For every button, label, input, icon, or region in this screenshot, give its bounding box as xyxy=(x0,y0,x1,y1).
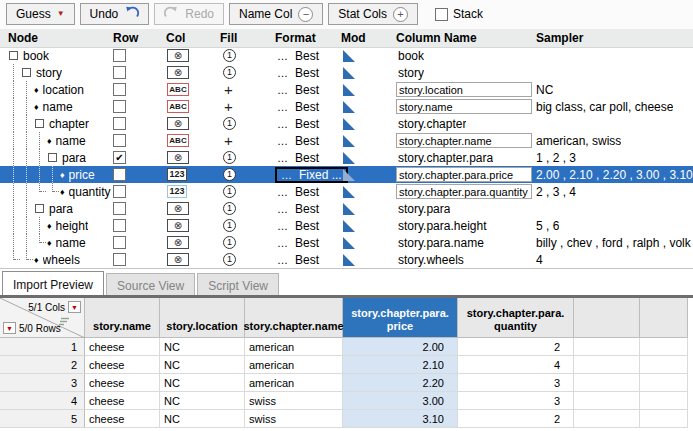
column-name-input[interactable]: story.chapter.para.price xyxy=(396,167,532,182)
column-name-input[interactable]: story.name xyxy=(396,99,532,114)
modeling-type-icon[interactable] xyxy=(343,203,355,215)
fill-once-icon[interactable]: 1 xyxy=(223,253,236,266)
format-value[interactable]: Best xyxy=(295,236,319,250)
fill-once-icon[interactable]: 1 xyxy=(223,49,236,62)
format-value[interactable]: Best xyxy=(295,49,319,63)
fill-once-icon[interactable]: 1 xyxy=(223,66,236,79)
row-checkbox[interactable] xyxy=(113,185,126,198)
preview-column-header[interactable] xyxy=(640,298,688,338)
row-checkbox[interactable] xyxy=(113,83,126,96)
format-ellipsis-icon[interactable]: … xyxy=(277,237,289,249)
format-ellipsis-icon[interactable]: … xyxy=(277,118,289,130)
column-name-input[interactable]: story.chapter.name xyxy=(396,133,532,148)
format-ellipsis-icon[interactable]: … xyxy=(277,152,289,164)
numeric-col-icon[interactable]: 123 xyxy=(167,185,187,198)
format-value[interactable]: Best xyxy=(295,151,319,165)
character-col-icon[interactable]: ABC xyxy=(167,134,189,147)
element-col-icon[interactable]: ⊗ xyxy=(167,66,189,79)
modeling-type-icon[interactable] xyxy=(343,169,355,181)
element-col-icon[interactable]: ⊗ xyxy=(167,117,189,130)
row-checkbox[interactable] xyxy=(113,66,126,79)
modeling-type-icon[interactable] xyxy=(343,237,355,249)
tree-row[interactable]: ♦nameABC+…Beststory.chapter.nameamerican… xyxy=(0,132,693,149)
format-value[interactable]: Best xyxy=(295,117,319,131)
format-ellipsis-icon[interactable]: … xyxy=(277,84,289,96)
row-checkbox[interactable] xyxy=(113,236,126,249)
modeling-type-icon[interactable] xyxy=(343,254,355,266)
row-number-cell[interactable]: 2 xyxy=(0,356,85,374)
modeling-type-icon[interactable] xyxy=(343,186,355,198)
format-value[interactable]: Best xyxy=(295,134,319,148)
columns-menu-button[interactable]: ▼ xyxy=(68,301,81,313)
guess-button[interactable]: Guess ▼ xyxy=(6,3,75,25)
modeling-type-icon[interactable] xyxy=(343,101,355,113)
format-ellipsis-icon[interactable]: … xyxy=(277,67,289,79)
character-col-icon[interactable]: ABC xyxy=(167,83,189,96)
format-value[interactable]: Best xyxy=(295,185,319,199)
fill-plus-icon[interactable]: + xyxy=(224,133,233,148)
row-checkbox[interactable] xyxy=(113,134,126,147)
tree-row[interactable]: para⊗1…Beststory.para xyxy=(0,200,693,217)
format-focus-box[interactable]: …Fixed ... xyxy=(275,167,348,183)
fill-once-icon[interactable]: 1 xyxy=(223,202,236,215)
element-col-icon[interactable]: ⊗ xyxy=(167,49,189,62)
tree-row[interactable]: ♦name⊗1…Beststory.para.namebilly , chev … xyxy=(0,234,693,251)
tree-row[interactable]: para✔⊗1…Beststory.chapter.para1 , 2 , 3 xyxy=(0,149,693,166)
name-col-button[interactable]: Name Col − xyxy=(229,3,323,25)
tree-row[interactable]: ♦price1231…Fixed ...story.chapter.para.p… xyxy=(0,166,693,183)
character-col-icon[interactable]: ABC xyxy=(167,100,189,113)
modeling-type-icon[interactable] xyxy=(343,50,355,62)
stat-cols-button[interactable]: Stat Cols + xyxy=(328,3,418,25)
element-col-icon[interactable]: ⊗ xyxy=(167,236,189,249)
tree-row[interactable]: story⊗1…Beststory xyxy=(0,64,693,81)
element-col-icon[interactable]: ⊗ xyxy=(167,253,189,266)
tab-import-preview[interactable]: Import Preview xyxy=(2,271,104,295)
format-ellipsis-icon[interactable]: … xyxy=(277,135,289,147)
preview-column-header[interactable]: story.location xyxy=(160,298,245,338)
stack-checkbox[interactable] xyxy=(435,8,448,21)
fill-plus-icon[interactable]: + xyxy=(224,82,233,97)
row-checkbox[interactable] xyxy=(113,253,126,266)
element-col-icon[interactable]: ⊗ xyxy=(167,219,189,232)
tree-row[interactable]: book⊗1…Bestbook xyxy=(0,47,693,64)
redo-button[interactable]: Redo xyxy=(154,3,224,25)
row-checkbox[interactable] xyxy=(113,49,126,62)
row-checkbox[interactable]: ✔ xyxy=(113,151,126,164)
modeling-type-icon[interactable] xyxy=(343,118,355,130)
element-col-icon[interactable]: ⊗ xyxy=(167,202,189,215)
format-value[interactable]: Best xyxy=(295,253,319,267)
tree-row[interactable]: ♦height⊗1…Beststory.para.height5 , 6 xyxy=(0,217,693,234)
fill-once-icon[interactable]: 1 xyxy=(223,168,236,181)
modeling-type-icon[interactable] xyxy=(343,152,355,164)
row-checkbox[interactable] xyxy=(113,100,126,113)
format-ellipsis-icon[interactable]: … xyxy=(277,220,289,232)
preview-column-header[interactable]: story.chapter.para.price xyxy=(343,298,458,338)
modeling-type-icon[interactable] xyxy=(343,135,355,147)
fill-plus-icon[interactable]: + xyxy=(224,99,233,114)
format-ellipsis-icon[interactable]: … xyxy=(277,254,289,266)
tree-row[interactable]: chapter⊗1…Beststory.chapter xyxy=(0,115,693,132)
fill-once-icon[interactable]: 1 xyxy=(223,117,236,130)
preview-column-header[interactable]: story.name xyxy=(85,298,160,338)
format-ellipsis-icon[interactable]: … xyxy=(277,203,289,215)
format-value[interactable]: Best xyxy=(295,202,319,216)
numeric-col-icon[interactable]: 123 xyxy=(167,168,187,181)
fill-once-icon[interactable]: 1 xyxy=(223,185,236,198)
row-number-cell[interactable]: 5 xyxy=(0,410,85,428)
column-name-input[interactable]: story.chapter.para.quantity xyxy=(396,184,532,199)
format-value[interactable]: Best xyxy=(295,83,319,97)
row-number-cell[interactable]: 1 xyxy=(0,338,85,356)
format-value[interactable]: Best xyxy=(295,100,319,114)
fill-once-icon[interactable]: 1 xyxy=(223,151,236,164)
modeling-type-icon[interactable] xyxy=(343,67,355,79)
format-value[interactable]: Best xyxy=(295,219,319,233)
tree-row[interactable]: ♦locationABC+…Beststory.locationNC xyxy=(0,81,693,98)
fill-once-icon[interactable]: 1 xyxy=(223,236,236,249)
undo-button[interactable]: Undo xyxy=(80,3,150,25)
tab-source-view[interactable]: Source View xyxy=(106,273,195,295)
column-name-input[interactable]: story.location xyxy=(396,82,532,97)
preview-column-header[interactable]: story.chapter.para.quantity xyxy=(458,298,574,338)
element-col-icon[interactable]: ⊗ xyxy=(167,151,189,164)
tree-row[interactable]: ♦nameABC+…Beststory.namebig class, car p… xyxy=(0,98,693,115)
row-checkbox[interactable] xyxy=(113,202,126,215)
